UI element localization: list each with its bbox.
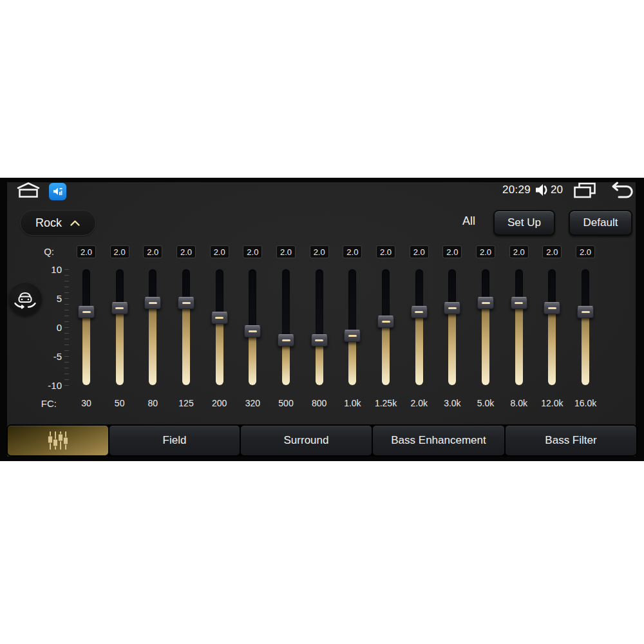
slider-handle-mark: [515, 302, 523, 304]
gain-axis-tick: [64, 310, 69, 310]
gain-axis-tick: [64, 327, 69, 328]
slider-handle[interactable]: [577, 306, 594, 318]
slider-handle[interactable]: [344, 330, 361, 342]
gain-axis-tick: [64, 281, 69, 281]
slider-handle[interactable]: [311, 334, 328, 346]
slider-handle-mark: [382, 321, 390, 323]
slider-handle-mark: [582, 311, 590, 313]
gain-axis-label: -5: [27, 351, 62, 362]
slider-handle-mark: [415, 311, 423, 313]
gain-axis-tick: [64, 292, 69, 293]
q-value-badge[interactable]: 2.0: [576, 245, 595, 258]
slider-handle[interactable]: [377, 316, 394, 328]
volume-level: 20: [551, 184, 563, 196]
head-unit-screen: 20:29 20 Rock All: [0, 178, 644, 461]
slider-handle-mark: [82, 311, 91, 313]
slider-fill: [382, 321, 390, 385]
q-value-badge[interactable]: 2.0: [542, 245, 562, 258]
gain-axis-tick: [64, 350, 69, 351]
slider-fill: [448, 308, 456, 385]
slider-handle[interactable]: [411, 306, 428, 318]
slider-fill: [316, 341, 323, 385]
slider-handle-mark: [115, 307, 124, 309]
q-value-badge[interactable]: 2.0: [210, 245, 229, 258]
slider-handle[interactable]: [211, 312, 228, 324]
tab-equalizer[interactable]: [8, 426, 108, 455]
tab-field[interactable]: Field: [109, 426, 240, 455]
q-value-badge[interactable]: 2.0: [442, 245, 462, 258]
slider-handle[interactable]: [144, 297, 161, 309]
slider-fill: [348, 336, 356, 385]
gain-axis-tick: [64, 287, 69, 287]
slider-handle[interactable]: [111, 302, 128, 314]
q-value-badge[interactable]: 2.0: [410, 245, 429, 258]
slider-fill: [282, 341, 290, 385]
slider-fill: [482, 303, 489, 385]
slider-handle[interactable]: [278, 334, 294, 346]
gain-axis-tick: [64, 379, 69, 380]
gain-axis-tick: [64, 275, 69, 276]
gain-axis-tick: [64, 356, 69, 357]
preset-dropdown[interactable]: Rock: [20, 210, 96, 236]
tab-bass-filter[interactable]: Bass Filter: [506, 426, 636, 455]
q-value-badge[interactable]: 2.0: [176, 245, 196, 258]
slider-fill: [182, 303, 190, 385]
q-value-badge[interactable]: 2.0: [276, 245, 296, 258]
gain-axis-tick: [64, 368, 69, 368]
back-icon[interactable]: [609, 182, 634, 198]
slider-handle-mark: [215, 317, 223, 319]
gain-axis-tick: [64, 298, 69, 299]
gain-axis-tick: [64, 304, 69, 305]
slider-handle[interactable]: [78, 306, 95, 318]
gain-axis-tick: [64, 362, 69, 363]
slider-fill: [82, 312, 90, 385]
preset-label: Rock: [35, 216, 62, 230]
status-bar-left: [16, 182, 66, 201]
slider-handle[interactable]: [477, 297, 494, 309]
clock: 20:29: [502, 184, 531, 196]
set-up-button[interactable]: Set Up: [493, 210, 555, 236]
slider-handle[interactable]: [244, 325, 261, 337]
gain-axis-tick: [64, 316, 69, 316]
gain-axis-label: -10: [27, 380, 62, 391]
slider-handle-mark: [548, 307, 556, 309]
q-value-badge[interactable]: 2.0: [343, 245, 362, 258]
fc-frequency-label: 16.0k: [565, 398, 605, 408]
gain-axis-tick: [64, 269, 69, 270]
q-value-badge[interactable]: 2.0: [110, 245, 129, 258]
q-row-label: Q:: [37, 246, 54, 257]
chevron-up-icon: [70, 220, 80, 227]
q-value-badge[interactable]: 2.0: [476, 245, 495, 258]
tab-surround[interactable]: Surround: [241, 426, 372, 455]
recent-apps-icon[interactable]: [573, 182, 596, 198]
q-value-badge[interactable]: 2.0: [310, 245, 329, 258]
slider-fill: [249, 332, 256, 385]
slider-handle-mark: [348, 335, 357, 337]
gain-axis-tick: [64, 385, 69, 386]
fc-row-label: FC:: [36, 398, 57, 409]
home-icon[interactable]: [16, 182, 41, 201]
q-value-badge[interactable]: 2.0: [143, 245, 162, 258]
slider-fill: [415, 312, 423, 385]
tab-bass-enhancement[interactable]: Bass Enhancement: [373, 426, 504, 455]
slider-handle[interactable]: [178, 297, 194, 309]
slider-handle-mark: [282, 339, 290, 341]
q-value-badge[interactable]: 2.0: [243, 245, 262, 258]
gain-axis-tick: [64, 321, 69, 322]
slider-handle[interactable]: [511, 297, 527, 309]
slider-fill: [582, 312, 589, 385]
gain-axis-tick: [64, 374, 69, 374]
gain-axis-tick: [64, 333, 69, 334]
dsp-tab-bar: Field Surround Bass Enhancement Bass Fil…: [6, 424, 638, 457]
slider-fill: [515, 303, 523, 385]
q-value-badge[interactable]: 2.0: [376, 245, 395, 258]
q-value-badge[interactable]: 2.0: [77, 245, 96, 258]
equalizer-app-icon[interactable]: [49, 183, 66, 200]
q-value-badge[interactable]: 2.0: [509, 245, 529, 258]
slider-handle[interactable]: [544, 302, 560, 314]
all-label[interactable]: All: [462, 214, 475, 228]
gain-axis-tick: [64, 339, 69, 339]
default-button[interactable]: Default: [569, 210, 632, 236]
slider-handle-mark: [482, 302, 490, 304]
slider-handle[interactable]: [444, 302, 460, 314]
